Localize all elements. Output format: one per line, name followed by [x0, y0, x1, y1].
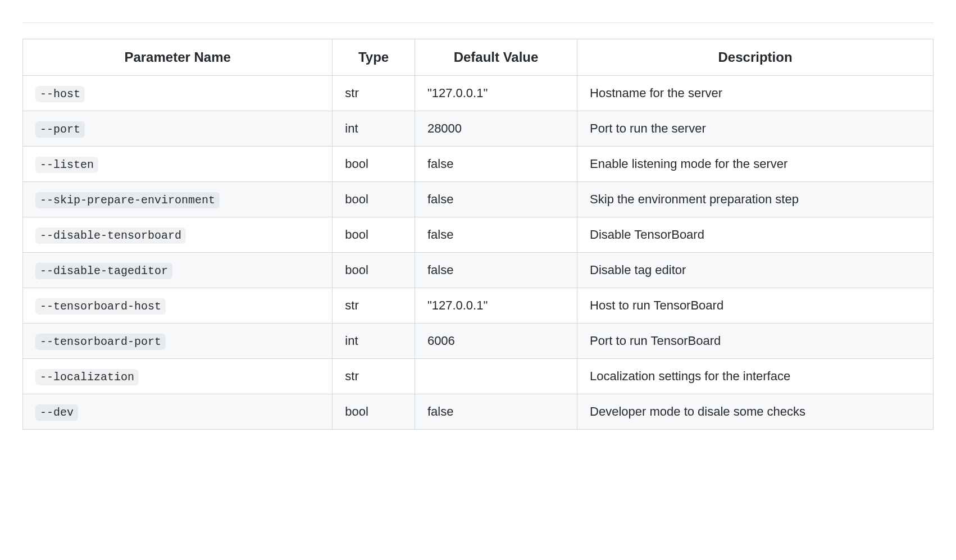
param-code: --port	[35, 121, 85, 138]
cell-type: bool	[333, 394, 415, 430]
header-default-value: Default Value	[415, 39, 577, 76]
cell-default: false	[415, 217, 577, 253]
cell-param: --disable-tensorboard	[23, 217, 333, 253]
cell-default: 6006	[415, 324, 577, 359]
cell-default: "127.0.0.1"	[415, 76, 577, 111]
cell-default: "127.0.0.1"	[415, 288, 577, 324]
cell-default: false	[415, 394, 577, 430]
table-row: --disable-tageditor bool false Disable t…	[23, 253, 934, 288]
cell-desc: Skip the environment preparation step	[577, 182, 934, 217]
cell-desc: Disable tag editor	[577, 253, 934, 288]
cell-type: str	[333, 359, 415, 394]
cell-type: bool	[333, 253, 415, 288]
cell-type: bool	[333, 217, 415, 253]
table-row: --host str "127.0.0.1" Hostname for the …	[23, 76, 934, 111]
table-row: --port int 28000 Port to run the server	[23, 111, 934, 147]
parameters-table: Parameter Name Type Default Value Descri…	[22, 39, 934, 430]
cell-desc: Localization settings for the interface	[577, 359, 934, 394]
cell-type: int	[333, 111, 415, 147]
table-header-row: Parameter Name Type Default Value Descri…	[23, 39, 934, 76]
header-type: Type	[333, 39, 415, 76]
param-code: --dev	[35, 404, 78, 421]
table-row: --disable-tensorboard bool false Disable…	[23, 217, 934, 253]
cell-default: false	[415, 147, 577, 182]
cell-desc: Port to run TensorBoard	[577, 324, 934, 359]
table-row: --listen bool false Enable listening mod…	[23, 147, 934, 182]
param-code: --listen	[35, 157, 98, 173]
param-code: --tensorboard-host	[35, 298, 166, 315]
cell-param: --listen	[23, 147, 333, 182]
cell-param: --host	[23, 76, 333, 111]
param-code: --localization	[35, 369, 139, 385]
cell-param: --disable-tageditor	[23, 253, 333, 288]
param-code: --skip-prepare-environment	[35, 192, 220, 208]
cell-type: str	[333, 76, 415, 111]
table-row: --tensorboard-host str "127.0.0.1" Host …	[23, 288, 934, 324]
cell-desc: Enable listening mode for the server	[577, 147, 934, 182]
cell-param: --dev	[23, 394, 333, 430]
cell-default: false	[415, 253, 577, 288]
cell-type: bool	[333, 182, 415, 217]
header-parameter-name: Parameter Name	[23, 39, 333, 76]
param-code: --disable-tensorboard	[35, 227, 186, 244]
cell-param: --skip-prepare-environment	[23, 182, 333, 217]
table-row: --tensorboard-port int 6006 Port to run …	[23, 324, 934, 359]
cell-default: false	[415, 182, 577, 217]
top-divider	[22, 22, 934, 23]
cell-param: --tensorboard-port	[23, 324, 333, 359]
header-description: Description	[577, 39, 934, 76]
cell-desc: Port to run the server	[577, 111, 934, 147]
table-row: --localization str Localization settings…	[23, 359, 934, 394]
param-code: --host	[35, 86, 85, 102]
cell-default: 28000	[415, 111, 577, 147]
table-row: --skip-prepare-environment bool false Sk…	[23, 182, 934, 217]
cell-param: --tensorboard-host	[23, 288, 333, 324]
cell-type: int	[333, 324, 415, 359]
cell-desc: Host to run TensorBoard	[577, 288, 934, 324]
cell-type: str	[333, 288, 415, 324]
param-code: --tensorboard-port	[35, 334, 166, 350]
cell-type: bool	[333, 147, 415, 182]
cell-desc: Hostname for the server	[577, 76, 934, 111]
cell-desc: Disable TensorBoard	[577, 217, 934, 253]
cell-default	[415, 359, 577, 394]
param-code: --disable-tageditor	[35, 263, 172, 279]
cell-param: --port	[23, 111, 333, 147]
cell-desc: Developer mode to disale some checks	[577, 394, 934, 430]
cell-param: --localization	[23, 359, 333, 394]
table-row: --dev bool false Developer mode to disal…	[23, 394, 934, 430]
